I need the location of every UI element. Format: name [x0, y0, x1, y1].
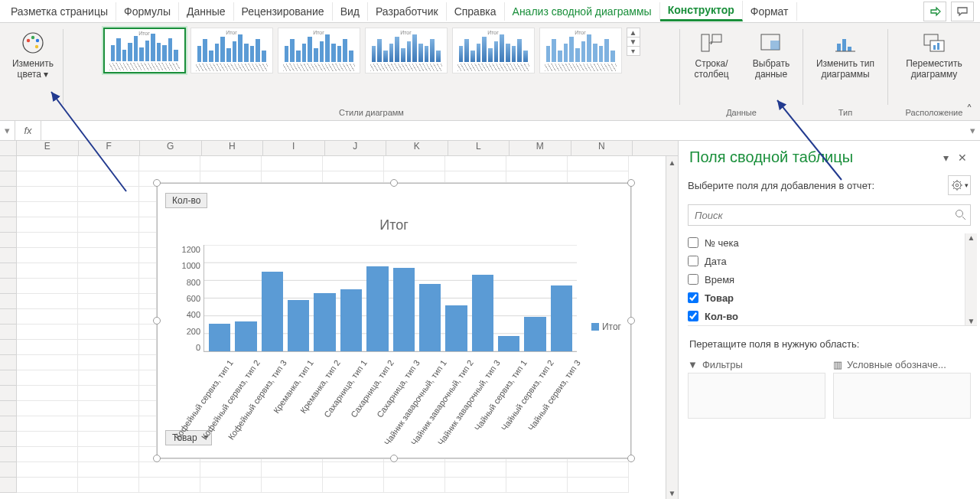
- switch-rc-icon: [698, 29, 725, 57]
- column-headers[interactable]: EFGHIJKLMN: [0, 141, 678, 156]
- chevron-down-icon: ▾: [44, 69, 48, 80]
- change-colors-label-1: Изменить: [12, 58, 54, 69]
- move-chart-button[interactable]: Переместить диаграмму: [892, 26, 976, 80]
- formula-expand-button[interactable]: ▾: [965, 125, 980, 136]
- pane-layout-button[interactable]: ▾: [948, 175, 971, 195]
- col-header-H[interactable]: H: [202, 141, 264, 155]
- col-header-K[interactable]: K: [386, 141, 448, 155]
- namebox-dropdown[interactable]: ▾: [0, 121, 15, 140]
- change-chart-type-button[interactable]: Изменить тип диаграммы: [807, 26, 884, 80]
- svg-rect-8: [770, 41, 780, 50]
- tab-pivotchart-analyze[interactable]: Анализ сводной диаграммы: [505, 2, 660, 21]
- fields-scrollbar[interactable]: ▲▼: [965, 233, 977, 325]
- chart-title[interactable]: Итог: [158, 217, 630, 233]
- select-all-corner[interactable]: [0, 141, 17, 155]
- select-data-button[interactable]: Выбрать данные: [744, 26, 799, 80]
- collapse-ribbon-button[interactable]: ˄: [966, 103, 972, 117]
- pane-menu-button[interactable]: ▾: [937, 152, 954, 164]
- columns-icon: ▥: [833, 359, 842, 370]
- fields-search-input[interactable]: [688, 204, 971, 226]
- chart-style-thumb-1[interactable]: Итог: [103, 28, 186, 73]
- col-header-I[interactable]: I: [263, 141, 325, 155]
- svg-point-25: [956, 210, 963, 217]
- legend-label: Итог: [602, 321, 621, 332]
- chart-x-axis-labels: Кофейный сервиз, тип 1Кофейный сервиз, т…: [203, 354, 577, 453]
- tab-formulas[interactable]: Формулы: [116, 2, 179, 21]
- svg-point-4: [35, 45, 38, 48]
- col-header-M[interactable]: M: [510, 141, 571, 155]
- switch-row-column-button[interactable]: Строка/ столбец: [684, 26, 739, 80]
- tab-review[interactable]: Рецензирование: [234, 2, 333, 21]
- dropareas-label: Перетащите поля в нужную область:: [679, 326, 980, 356]
- switch-rc-l1: Строка/: [695, 58, 728, 69]
- change-colors-label-2: цвета ▾: [18, 69, 49, 80]
- chart-styles-gallery[interactable]: ИтогИтогИтогИтогИтогИтог▲▼▾: [103, 26, 640, 106]
- chart-style-thumb-2[interactable]: Итог: [190, 28, 273, 73]
- legends-title: Условные обозначе...: [847, 359, 946, 370]
- field-list[interactable]: № чека Дата Время Товар Кол-во ▲▼: [688, 233, 977, 326]
- change-type-l1: Изменить тип: [816, 58, 874, 69]
- field-check-number: № чека: [688, 233, 977, 252]
- svg-rect-14: [933, 45, 936, 50]
- move-chart-icon: [920, 29, 948, 57]
- col-header-F[interactable]: F: [79, 141, 141, 155]
- change-type-l2: диаграммы: [821, 69, 869, 80]
- ribbon-body: Изменить цвета ▾ ИтогИтогИтогИтогИтогИто…: [0, 23, 980, 121]
- chart-style-thumb-5[interactable]: Итог: [452, 28, 535, 73]
- col-header-G[interactable]: G: [140, 141, 202, 155]
- chart-field-qty-button[interactable]: Кол-во: [165, 193, 207, 208]
- tab-format[interactable]: Формат: [743, 2, 797, 21]
- legend-swatch-icon: [591, 323, 599, 331]
- chart-style-thumb-3[interactable]: Итог: [278, 28, 360, 73]
- filters-title: Фильтры: [702, 359, 743, 370]
- select-data-l2: данные: [755, 69, 787, 80]
- formula-bar: ▾ fx ▾: [0, 121, 980, 141]
- chart-style-thumb-4[interactable]: Итог: [365, 28, 448, 73]
- group-label-data: Данные: [685, 106, 798, 120]
- pane-subtitle: Выберите поля для добавления в отчет:: [688, 180, 874, 191]
- search-icon: [954, 208, 966, 223]
- formula-input[interactable]: [41, 121, 965, 140]
- spreadsheet-area[interactable]: EFGHIJKLMN ▲ ▼ Кол-во Товар Итог 1200100…: [0, 141, 678, 499]
- tab-view[interactable]: Вид: [333, 2, 368, 21]
- col-header-J[interactable]: J: [325, 141, 387, 155]
- chart-legend[interactable]: Итог: [591, 321, 621, 332]
- styles-gallery-more-button[interactable]: ▲▼▾: [627, 28, 640, 56]
- pane-close-button[interactable]: ✕: [954, 152, 971, 164]
- scroll-up-icon[interactable]: ▲: [666, 156, 678, 168]
- change-colors-button[interactable]: Изменить цвета ▾: [5, 26, 60, 80]
- group-label-location: Расположение: [893, 106, 975, 120]
- move-chart-l2: диаграмму: [911, 69, 958, 80]
- tab-data[interactable]: Данные: [179, 2, 234, 21]
- tab-design[interactable]: Конструктор: [660, 1, 743, 21]
- scroll-down-icon[interactable]: ▼: [666, 487, 678, 499]
- gear-icon: [951, 179, 963, 191]
- comments-button[interactable]: [951, 2, 974, 21]
- tab-pagelayout[interactable]: Разметка страницы: [3, 2, 116, 21]
- filters-drop-area[interactable]: ▼Фильтры: [688, 356, 825, 419]
- tab-help[interactable]: Справка: [447, 2, 505, 21]
- select-data-icon: [757, 29, 785, 57]
- pivot-fields-pane: Поля сводной таблицы ▾ ✕ Выберите поля д…: [678, 141, 980, 499]
- group-label-styles: Стили диаграмм: [68, 106, 675, 120]
- filter-icon: ▼: [688, 359, 698, 370]
- field-qty: Кол-во: [688, 307, 977, 325]
- ribbon-tabs: Разметка страницы Формулы Данные Рецензи…: [0, 0, 980, 23]
- chart-style-thumb-6[interactable]: Итог: [539, 28, 622, 73]
- svg-point-1: [27, 39, 30, 42]
- field-goods: Товар: [688, 289, 977, 307]
- col-header-E[interactable]: E: [17, 141, 79, 155]
- chart-plot-area[interactable]: [203, 245, 577, 352]
- col-header-N[interactable]: N: [571, 141, 633, 155]
- vertical-scrollbar[interactable]: ▲ ▼: [666, 156, 678, 499]
- col-header-L[interactable]: L: [448, 141, 510, 155]
- legends-drop-area[interactable]: ▥Условные обозначе...: [833, 356, 971, 419]
- chart-bars: [204, 245, 577, 351]
- svg-rect-5: [702, 34, 709, 51]
- fx-icon[interactable]: fx: [15, 121, 41, 140]
- tab-developer[interactable]: Разработчик: [368, 2, 447, 21]
- pivot-chart-object[interactable]: Кол-во Товар Итог 120010008006004002000 …: [157, 183, 631, 458]
- share-button[interactable]: [923, 2, 946, 21]
- group-colors-empty: [8, 106, 58, 120]
- svg-rect-9: [837, 44, 841, 51]
